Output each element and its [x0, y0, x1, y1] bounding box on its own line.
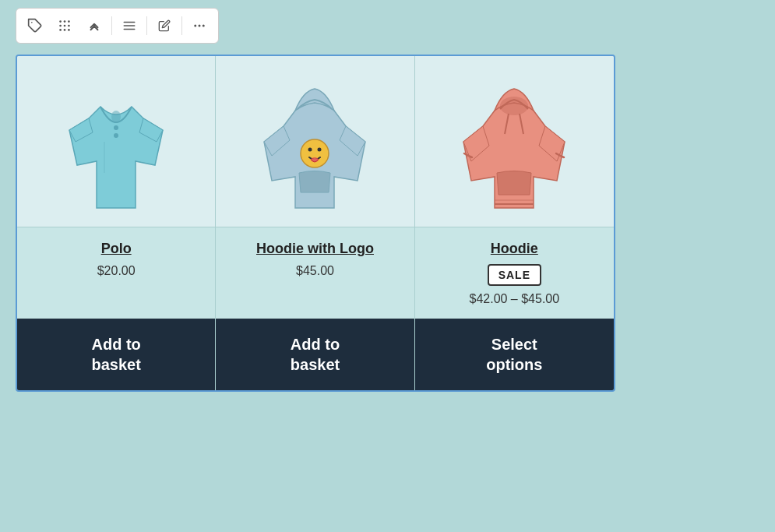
- divider-1: [111, 16, 112, 35]
- product-grid: Polo $20.00 Add tobasket: [17, 56, 614, 390]
- product-image-polo: [17, 56, 215, 227]
- product-price-range-hoodie: $42.00 – $45.00: [469, 292, 559, 306]
- svg-point-1: [59, 20, 62, 23]
- svg-point-20: [301, 139, 329, 167]
- svg-point-6: [68, 25, 70, 27]
- svg-point-8: [64, 29, 66, 31]
- svg-point-16: [111, 111, 121, 123]
- product-column-polo: Polo $20.00 Add tobasket: [17, 56, 216, 390]
- svg-point-5: [64, 25, 66, 27]
- svg-point-14: [199, 25, 201, 27]
- product-info-polo: Polo $20.00: [17, 227, 215, 319]
- editor-toolbar: [16, 8, 219, 44]
- product-column-hoodie: Hoodie SALE $42.00 – $45.00 Selectoption…: [415, 56, 614, 390]
- svg-point-2: [64, 20, 66, 23]
- product-name-hoodie-logo: Hoodie with Logo: [256, 240, 374, 258]
- align-button[interactable]: [115, 12, 143, 40]
- product-grid-wrapper: Polo $20.00 Add tobasket: [16, 55, 615, 392]
- more-button[interactable]: [185, 12, 213, 40]
- product-name-polo: Polo: [101, 240, 132, 258]
- svg-point-19: [114, 133, 118, 138]
- grid-button[interactable]: [51, 12, 79, 40]
- add-to-basket-hoodie-logo[interactable]: Add tobasket: [216, 319, 414, 390]
- tag-button[interactable]: [21, 12, 49, 40]
- add-to-basket-polo[interactable]: Add tobasket: [17, 319, 215, 390]
- move-button[interactable]: [80, 12, 108, 40]
- svg-point-22: [318, 147, 322, 151]
- svg-point-9: [68, 29, 70, 31]
- product-image-hoodie-logo: [216, 56, 414, 227]
- svg-point-21: [308, 147, 312, 151]
- svg-point-18: [114, 125, 118, 130]
- svg-point-4: [59, 25, 62, 27]
- product-info-hoodie-logo: Hoodie with Logo $45.00: [216, 227, 414, 319]
- edit-button[interactable]: [150, 12, 178, 40]
- svg-point-7: [59, 29, 62, 31]
- svg-point-13: [194, 25, 196, 27]
- product-column-hoodie-logo: Hoodie with Logo $45.00 Add tobasket: [216, 56, 414, 390]
- divider-3: [181, 16, 182, 35]
- product-price-polo: $20.00: [97, 264, 136, 278]
- sale-badge-hoodie: SALE: [488, 264, 541, 286]
- product-name-hoodie: Hoodie: [491, 240, 538, 258]
- svg-point-3: [68, 20, 70, 23]
- product-info-hoodie: Hoodie SALE $42.00 – $45.00: [415, 227, 614, 319]
- select-options-hoodie[interactable]: Selectoptions: [415, 319, 614, 390]
- product-image-hoodie: [415, 56, 614, 227]
- divider-2: [146, 16, 147, 35]
- product-price-hoodie-logo: $45.00: [296, 264, 334, 278]
- svg-point-15: [203, 25, 205, 27]
